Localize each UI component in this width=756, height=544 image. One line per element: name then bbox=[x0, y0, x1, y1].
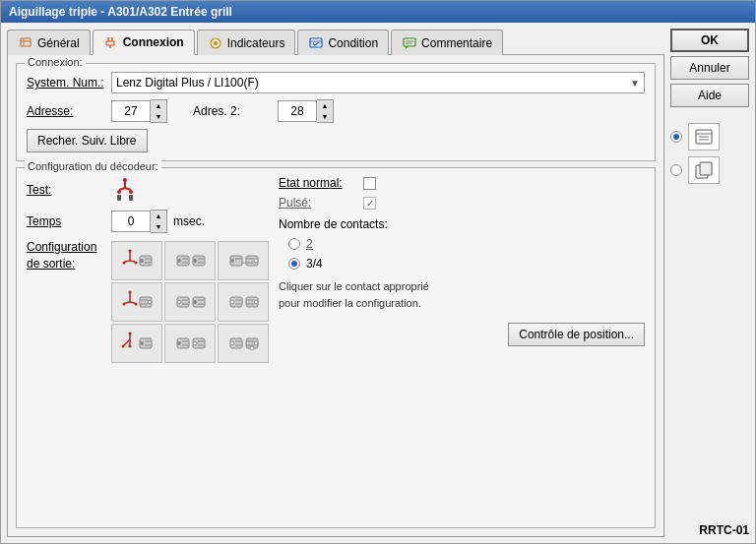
svg-line-49 bbox=[125, 302, 130, 303]
svg-point-63 bbox=[193, 300, 197, 304]
contacts-label: Nombre de contacts: bbox=[279, 217, 388, 231]
address-row: Adresse: ▲ ▼ Adres. 2: ▲ bbox=[27, 99, 645, 123]
contacts-2-radio[interactable] bbox=[288, 238, 300, 250]
config-cell-01[interactable] bbox=[164, 241, 216, 280]
temps-spinner-btns: ▲ ▼ bbox=[151, 210, 167, 233]
config-cell-22[interactable] bbox=[218, 324, 269, 363]
address-input[interactable] bbox=[111, 100, 151, 122]
tab-commentaire-label: Commentaire bbox=[421, 36, 492, 50]
address2-spinner[interactable]: ▲ ▼ bbox=[278, 99, 334, 123]
svg-line-16 bbox=[125, 188, 131, 190]
svg-point-52 bbox=[123, 303, 126, 306]
svg-rect-0 bbox=[21, 38, 31, 46]
svg-point-33 bbox=[177, 259, 181, 263]
svg-line-50 bbox=[130, 302, 135, 303]
copy-icon-box[interactable] bbox=[688, 156, 720, 184]
svg-rect-5 bbox=[106, 41, 114, 45]
svg-line-23 bbox=[125, 261, 130, 262]
config-cell-21[interactable] bbox=[164, 324, 216, 363]
search-row: Recher. Suiv. Libre bbox=[27, 129, 645, 152]
config-cell-02[interactable] bbox=[218, 241, 269, 280]
plug-icon bbox=[103, 34, 119, 50]
pulse-row: Pulsé: bbox=[279, 196, 645, 210]
test-row: Test: bbox=[27, 176, 269, 204]
click-hint-line1: Cliquer sur le contact approprié bbox=[279, 280, 429, 292]
config-cell-10[interactable] bbox=[111, 282, 162, 322]
gear-icon bbox=[18, 35, 33, 51]
svg-point-41 bbox=[230, 259, 234, 263]
tab-condition[interactable]: Condition bbox=[297, 30, 389, 55]
address2-down-btn[interactable]: ▼ bbox=[317, 111, 333, 122]
condition-icon bbox=[308, 35, 324, 51]
svg-point-81 bbox=[140, 341, 144, 345]
svg-point-71 bbox=[254, 300, 258, 304]
config-cell-00[interactable] bbox=[111, 241, 162, 280]
aide-button[interactable]: Aide bbox=[670, 84, 749, 107]
icon-radio-2[interactable] bbox=[670, 164, 682, 176]
svg-point-27 bbox=[135, 262, 138, 265]
position-button[interactable]: Contrôle de position... bbox=[508, 323, 645, 346]
click-hint: Cliquer sur le contact approprié pour mo… bbox=[279, 278, 645, 311]
svg-point-78 bbox=[122, 345, 125, 348]
address-up-btn[interactable]: ▲ bbox=[151, 100, 166, 111]
tab-connexion-label: Connexion bbox=[123, 35, 184, 49]
temps-spinner[interactable]: ▲ ▼ bbox=[111, 210, 167, 233]
contacts-label-row: Nombre de contacts: bbox=[279, 217, 645, 231]
etat-normal-row: Etat normal: bbox=[279, 176, 645, 190]
contacts-34-row: 3/4 bbox=[279, 257, 645, 271]
temps-up-btn[interactable]: ▲ bbox=[151, 211, 166, 221]
list-icon-box[interactable] bbox=[688, 123, 720, 151]
temps-row: Temps ▲ ▼ msec. bbox=[27, 210, 269, 233]
svg-point-25 bbox=[129, 250, 132, 253]
svg-point-79 bbox=[129, 345, 132, 348]
tab-general[interactable]: Général bbox=[7, 30, 91, 55]
etat-normal-checkbox[interactable] bbox=[363, 177, 376, 190]
pulse-label: Pulsé: bbox=[279, 196, 357, 210]
address2-spinner-btns: ▲ ▼ bbox=[317, 99, 334, 123]
msec-label: msec. bbox=[173, 214, 205, 228]
address-spinner[interactable]: ▲ ▼ bbox=[111, 99, 167, 123]
temps-input[interactable] bbox=[111, 211, 151, 232]
config-cell-20[interactable] bbox=[111, 324, 162, 363]
icon-buttons bbox=[670, 123, 749, 184]
svg-point-29 bbox=[140, 259, 144, 263]
comment-icon bbox=[402, 35, 417, 51]
svg-rect-106 bbox=[700, 162, 712, 175]
search-button[interactable]: Recher. Suiv. Libre bbox=[27, 129, 148, 152]
system-combo[interactable]: Lenz Digital Plus / LI100(F) ▼ bbox=[111, 72, 645, 93]
address2-up-btn[interactable]: ▲ bbox=[317, 100, 333, 111]
address2-label: Adres. 2: bbox=[193, 104, 272, 118]
svg-point-37 bbox=[193, 259, 197, 263]
system-row: System. Num.: Lenz Digital Plus / LI100(… bbox=[27, 72, 645, 93]
temps-down-btn[interactable]: ▼ bbox=[151, 221, 166, 232]
address2-input[interactable] bbox=[278, 100, 317, 122]
contacts-34-radio[interactable] bbox=[288, 258, 300, 270]
icon-row-2 bbox=[670, 156, 720, 184]
svg-point-85 bbox=[177, 341, 181, 345]
svg-rect-20 bbox=[117, 195, 121, 201]
pulse-checkbox[interactable] bbox=[363, 197, 376, 210]
panel-body: Connexion: System. Num.: Lenz Digital Pl… bbox=[7, 55, 664, 537]
system-label: System. Num.: bbox=[27, 76, 105, 90]
icon-row-1 bbox=[670, 123, 720, 151]
icon-radio-1[interactable] bbox=[670, 131, 682, 143]
svg-point-18 bbox=[117, 190, 121, 194]
temps-label: Temps bbox=[27, 214, 105, 228]
config-cell-11[interactable] bbox=[164, 282, 216, 322]
svg-rect-11 bbox=[404, 38, 415, 46]
svg-point-59 bbox=[177, 300, 181, 304]
config-cell-12[interactable] bbox=[218, 282, 269, 322]
ok-button[interactable]: OK bbox=[670, 29, 749, 52]
svg-point-45 bbox=[254, 259, 258, 263]
svg-point-97 bbox=[254, 341, 258, 345]
svg-rect-21 bbox=[129, 195, 133, 201]
tab-connexion[interactable]: Connexion bbox=[93, 30, 195, 55]
combo-arrow-icon: ▼ bbox=[630, 78, 640, 89]
tab-indicateurs[interactable]: Indicateurs bbox=[197, 30, 296, 55]
annuler-button[interactable]: Annuler bbox=[670, 56, 749, 80]
address-down-btn[interactable]: ▼ bbox=[151, 111, 166, 122]
svg-rect-9 bbox=[310, 38, 322, 47]
window-title: Aiguillage triple - A301/A302 Entrée gri… bbox=[9, 5, 232, 19]
tab-commentaire[interactable]: Commentaire bbox=[391, 30, 503, 55]
config-grid bbox=[111, 241, 269, 363]
